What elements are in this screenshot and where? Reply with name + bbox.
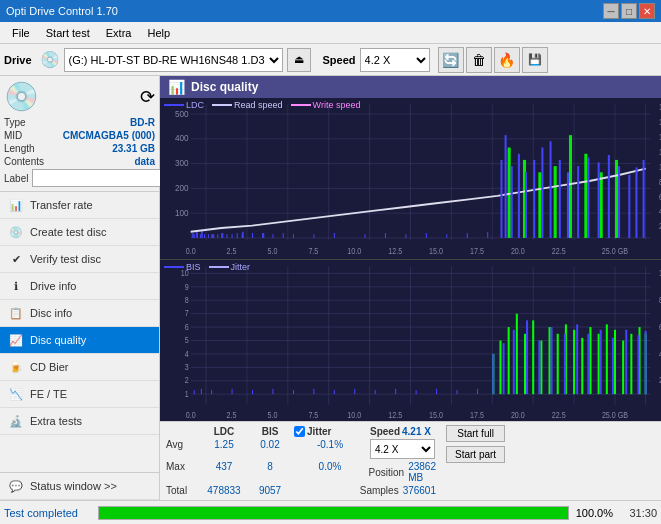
svg-text:300: 300 [175,157,189,168]
upper-chart: LDC Read speed Write speed [160,98,661,260]
label-input[interactable] [32,169,165,187]
disc-section-icon: 💿 [4,80,39,113]
disc-info-icon: 📋 [8,305,24,321]
stats-section: LDC BIS Jitter Speed 4.21 X Avg 1.25 0.0… [160,421,661,500]
disc-contents-row: Contents data [4,156,155,167]
main-layout: 💿 ⟳ Type BD-R MID CMCMAGBA5 (000) Length… [0,76,661,500]
nav-extra-tests-label: Extra tests [30,415,82,427]
svg-rect-154 [211,390,212,394]
nav-disc-info-label: Disc info [30,307,72,319]
svg-rect-80 [405,234,406,238]
avg-speed-cell: 4.2 X [368,438,438,460]
nav-create-test-disc[interactable]: 💿 Create test disc [0,219,159,246]
start-part-button[interactable]: Start part [446,446,505,463]
avg-jitter: -0.1% [292,438,368,460]
disc-quality-icon: 📈 [8,332,24,348]
jitter-checkbox[interactable] [294,426,305,437]
nav-disc-quality-label: Disc quality [30,334,86,346]
total-jitter [292,484,368,497]
svg-rect-58 [615,160,618,238]
menu-help[interactable]: Help [139,25,178,41]
refresh-button[interactable]: 🔄 [438,47,464,73]
nav-extra-tests[interactable]: 🔬 Extra tests [0,408,159,435]
svg-text:6: 6 [185,321,189,332]
right-panel: 📊 Disc quality LDC Read speed [160,76,661,500]
svg-text:5: 5 [185,334,189,345]
jitter-label: Jitter [231,262,251,272]
svg-rect-197 [600,330,602,394]
svg-rect-192 [538,341,540,395]
total-bis: 9057 [248,484,292,497]
svg-text:25.0 GB: 25.0 GB [602,246,628,256]
svg-rect-157 [272,389,273,394]
menu-extra[interactable]: Extra [98,25,140,41]
mid-value: CMCMAGBA5 (000) [63,130,155,141]
app-title: Opti Drive Control 1.70 [6,5,118,17]
save-button[interactable]: 💾 [522,47,548,73]
svg-rect-85 [500,160,502,238]
nav-cd-bier[interactable]: 🍺 CD Bier [0,354,159,381]
svg-rect-87 [511,166,513,238]
progress-time: 31:30 [617,507,657,519]
eject-button[interactable]: ⏏ [287,48,311,72]
verify-test-disc-icon: ✔ [8,251,24,267]
nav-transfer-rate[interactable]: 📊 Transfer rate [0,192,159,219]
svg-rect-152 [194,390,195,394]
content-header: 📊 Disc quality [160,76,661,98]
nav-fe-te[interactable]: 📉 FE / TE [0,381,159,408]
speed-dropdown[interactable]: 4.2 X [370,439,435,459]
burn-button[interactable]: 🔥 [494,47,520,73]
max-label: Max [164,460,200,484]
drive-label: Drive [4,54,32,66]
speed-select[interactable]: 4.2 X [360,48,430,72]
chart-container: LDC Read speed Write speed [160,98,661,421]
transfer-rate-icon: 📊 [8,197,24,213]
create-test-disc-icon: 💿 [8,224,24,240]
ldc-header: LDC [200,425,248,438]
start-full-button[interactable]: Start full [446,425,505,442]
svg-text:4: 4 [185,348,189,359]
nav-transfer-rate-label: Transfer rate [30,199,93,211]
svg-rect-196 [587,334,589,394]
svg-rect-72 [262,233,263,238]
lower-chart-svg: 10 9 8 7 6 5 4 3 2 1 10% 8% 6% 4% 2% [160,260,661,421]
nav-disc-quality[interactable]: 📈 Disc quality [0,327,159,354]
svg-text:9: 9 [185,281,189,292]
svg-rect-164 [416,390,417,394]
disc-header: 💿 ⟳ [4,80,155,113]
svg-rect-201 [645,331,647,394]
progress-bar-container [98,506,569,520]
left-panel: 💿 ⟳ Type BD-R MID CMCMAGBA5 (000) Length… [0,76,160,500]
svg-rect-100 [628,175,630,238]
avg-ldc: 1.25 [200,438,248,460]
nav-drive-info[interactable]: ℹ Drive info [0,273,159,300]
nav-disc-info[interactable]: 📋 Disc info [0,300,159,327]
fe-te-icon: 📉 [8,386,24,402]
menu-start-test[interactable]: Start test [38,25,98,41]
svg-text:25.0 GB: 25.0 GB [602,409,629,420]
menu-file[interactable]: File [4,25,38,41]
erase-button[interactable]: 🗑 [466,47,492,73]
status-window-label: Status window >> [30,480,117,492]
svg-text:17.5: 17.5 [470,409,484,420]
extra-tests-icon: 🔬 [8,413,24,429]
svg-rect-73 [272,234,273,238]
svg-text:15.0: 15.0 [429,409,443,420]
svg-rect-92 [550,141,552,238]
svg-rect-181 [598,334,600,394]
type-label: Type [4,117,26,128]
samples-label: Samples [360,485,399,496]
avg-label: Avg [164,438,200,460]
mid-label: MID [4,130,22,141]
svg-text:7: 7 [185,307,189,318]
svg-text:5.0: 5.0 [268,409,278,420]
lower-chart: BIS Jitter [160,260,661,421]
svg-text:200: 200 [175,182,189,193]
svg-rect-200 [637,335,639,394]
close-button[interactable]: ✕ [639,3,655,19]
drive-select[interactable]: (G:) HL-DT-ST BD-RE WH16NS48 1.D3 [64,48,283,72]
status-window-button[interactable]: 💬 Status window >> [0,472,159,500]
minimize-button[interactable]: ─ [603,3,619,19]
nav-verify-test-disc[interactable]: ✔ Verify test disc [0,246,159,273]
maximize-button[interactable]: □ [621,3,637,19]
